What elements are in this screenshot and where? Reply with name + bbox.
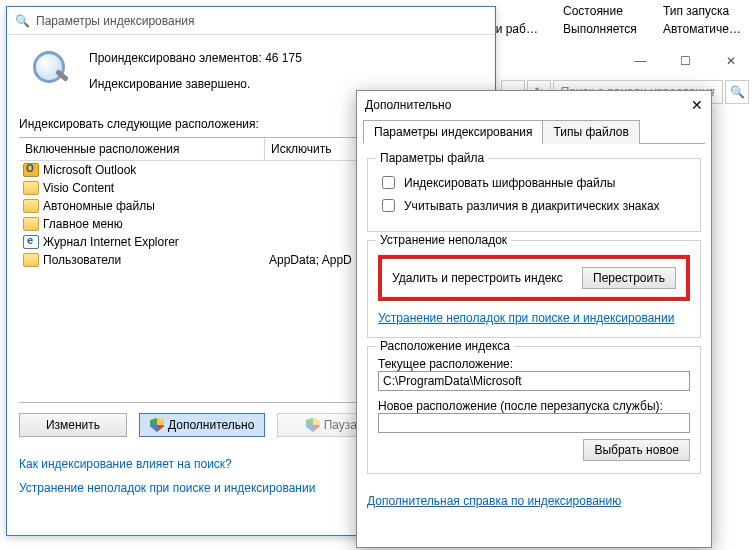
indexed-count: Проиндексировано элементов: 46 175 bbox=[89, 51, 302, 65]
col-included[interactable]: Включенные расположения bbox=[19, 138, 265, 160]
choose-new-button[interactable]: Выбрать новое bbox=[583, 439, 690, 461]
folder-icon bbox=[23, 253, 39, 267]
rebuild-label: Удалить и перестроить индекс bbox=[392, 271, 563, 285]
search-button[interactable]: 🔍 bbox=[725, 80, 749, 104]
advanced-dialog: Дополнительно ✕ Параметры индексирования… bbox=[356, 90, 712, 548]
current-location-label: Текущее расположение: bbox=[378, 357, 690, 371]
current-location-path[interactable] bbox=[378, 371, 690, 391]
chk-index-encrypted[interactable]: Индексировать шифрованные файлы bbox=[378, 173, 690, 192]
chk-index-encrypted-box[interactable] bbox=[382, 176, 395, 189]
rebuild-highlight: Удалить и перестроить индекс Перестроить bbox=[378, 255, 690, 301]
group-title-file: Параметры файла bbox=[376, 151, 488, 165]
magnifier-icon bbox=[29, 49, 77, 89]
index-location-group: Расположение индекса Текущее расположени… bbox=[367, 346, 701, 474]
bg-col-state: Состояние bbox=[563, 4, 643, 22]
shield-icon bbox=[150, 418, 164, 432]
group-title-location: Расположение индекса bbox=[376, 339, 514, 353]
tab-index-settings[interactable]: Параметры индексирования bbox=[363, 120, 543, 144]
chk-diacritics-box[interactable] bbox=[382, 199, 395, 212]
link-indexing-help[interactable]: Дополнительная справка по индексированию bbox=[367, 494, 621, 508]
link-adv-troubleshoot[interactable]: Устранение неполадок при поиске и индекс… bbox=[378, 311, 674, 325]
outlook-icon bbox=[23, 163, 39, 177]
bg-maximize-button[interactable]: ☐ bbox=[663, 50, 708, 72]
advanced-button[interactable]: Дополнительно bbox=[139, 413, 265, 437]
folder-icon bbox=[23, 199, 39, 213]
close-button[interactable]: ✕ bbox=[691, 97, 703, 113]
folder-icon bbox=[23, 217, 39, 231]
new-location-input[interactable] bbox=[378, 413, 690, 433]
file-settings-group: Параметры файла Индексировать шифрованны… bbox=[367, 158, 701, 232]
bg-val-auto: Автоматиче… bbox=[663, 22, 743, 36]
troubleshoot-group: Устранение неполадок Удалить и перестрои… bbox=[367, 240, 701, 338]
titlebar[interactable]: 🔍 Параметры индексирования bbox=[7, 7, 495, 35]
group-title-trouble: Устранение неполадок bbox=[376, 233, 511, 247]
bg-val-running: Выполняется bbox=[563, 22, 643, 36]
chk-diacritics[interactable]: Учитывать различия в диакритических знак… bbox=[378, 196, 690, 215]
window-title: Параметры индексирования bbox=[36, 14, 194, 28]
bg-minimize-button[interactable]: — bbox=[618, 50, 663, 72]
rebuild-button[interactable]: Перестроить bbox=[582, 267, 676, 289]
tab-file-types[interactable]: Типы файлов bbox=[542, 120, 639, 144]
adv-title: Дополнительно bbox=[365, 98, 451, 112]
window-icon: 🔍 bbox=[15, 14, 30, 28]
bg-col-startup: Тип запуска bbox=[663, 4, 743, 22]
shield-icon bbox=[306, 418, 320, 432]
ie-icon bbox=[23, 235, 39, 249]
folder-icon bbox=[23, 181, 39, 195]
new-location-label: Новое расположение (после перезапуска сл… bbox=[378, 399, 690, 413]
change-button[interactable]: Изменить bbox=[19, 413, 127, 437]
bg-close-button[interactable]: ✕ bbox=[708, 50, 753, 72]
indexing-status: Индексирование завершено. bbox=[89, 77, 302, 91]
